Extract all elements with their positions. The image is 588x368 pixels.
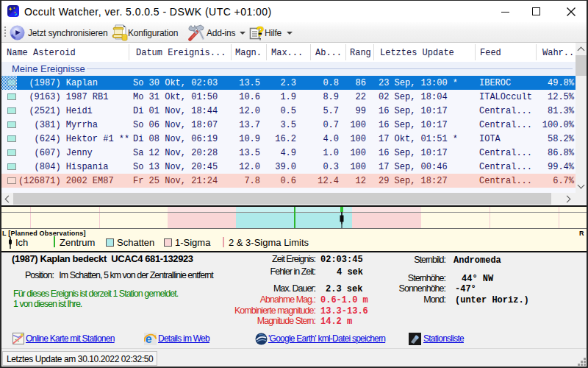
svg-text:?: ? — [257, 24, 265, 39]
